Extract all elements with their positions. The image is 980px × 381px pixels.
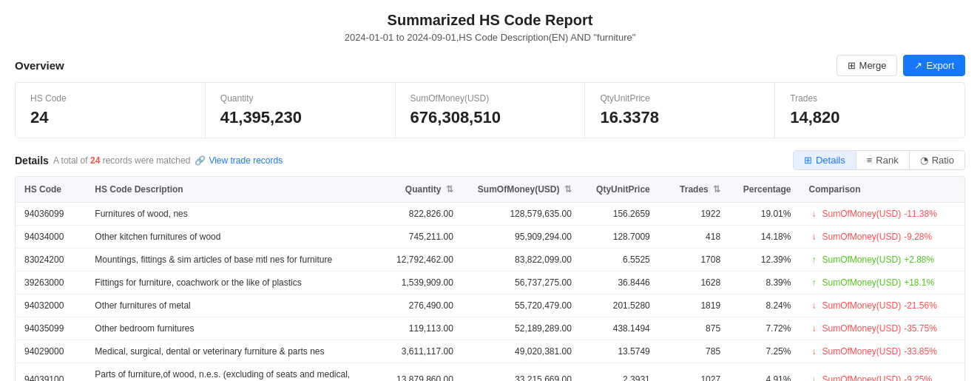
view-tabs: ⊞ Details ≡ Rank ◔ Ratio bbox=[793, 150, 965, 170]
comp-value: -9.25% bbox=[904, 374, 932, 381]
stat-hscode-label: HS Code bbox=[30, 93, 190, 104]
cell-qty: 1,539,909.00 bbox=[368, 272, 462, 294]
view-trade-records-link[interactable]: 🔗 View trade records bbox=[195, 155, 283, 166]
comp-label: SumOfMoney(USD) bbox=[822, 323, 901, 334]
comp-value: -21.56% bbox=[904, 300, 937, 311]
table-row: 94036099 Furnitures of wood, nes 822,826… bbox=[16, 203, 964, 226]
cell-comp: ↓ SumOfMoney(USD) -11.38% bbox=[800, 203, 964, 226]
col-header-comp: Comparison bbox=[800, 177, 964, 203]
stat-quantity-label: Quantity bbox=[220, 93, 380, 104]
trades-sort-icon: ⇅ bbox=[713, 184, 720, 195]
link-icon: 🔗 bbox=[195, 155, 206, 166]
comp-label: SumOfMoney(USD) bbox=[822, 254, 901, 265]
cell-desc: Other bedroom furnitures bbox=[86, 317, 368, 340]
cell-sum: 128,579,635.00 bbox=[462, 203, 581, 226]
col-header-trades[interactable]: Trades ⇅ bbox=[659, 177, 729, 203]
cell-qty: 13,879,860.00 bbox=[368, 363, 462, 382]
table-row: 94035099 Other bedroom furnitures 119,11… bbox=[16, 317, 964, 340]
export-icon: ↗ bbox=[914, 60, 922, 71]
cell-sum: 33,215,669.00 bbox=[462, 363, 581, 382]
stat-sumofmoney: SumOfMoney(USD) 676,308,510 bbox=[396, 83, 586, 138]
cell-trades: 785 bbox=[659, 340, 729, 363]
stat-hscode: HS Code 24 bbox=[16, 83, 206, 138]
cell-pct: 12.39% bbox=[729, 249, 800, 272]
comp-trend-icon: ↑ bbox=[808, 254, 819, 265]
cell-qty: 12,792,462.00 bbox=[368, 249, 462, 272]
comp-value: -33.85% bbox=[904, 346, 937, 357]
col-header-hscode: HS Code bbox=[16, 177, 86, 203]
cell-desc: Other furnitures of metal bbox=[86, 294, 368, 317]
comp-label: SumOfMoney(USD) bbox=[822, 374, 901, 381]
cell-qty: 822,826.00 bbox=[368, 203, 462, 226]
stat-hscode-value: 24 bbox=[30, 108, 190, 127]
merge-button[interactable]: ⊞ Merge bbox=[837, 55, 898, 76]
cell-pct: 8.24% bbox=[729, 294, 800, 317]
comp-value: -11.38% bbox=[904, 209, 937, 219]
cell-pct: 7.72% bbox=[729, 317, 800, 340]
cell-comp: ↑ SumOfMoney(USD) +18.1% bbox=[800, 272, 964, 294]
cell-hscode: 94032000 bbox=[16, 294, 86, 317]
comp-label: SumOfMoney(USD) bbox=[822, 209, 901, 219]
cell-hscode: 94029000 bbox=[16, 340, 86, 363]
cell-sum: 55,720,479.00 bbox=[462, 294, 581, 317]
stat-quantity-value: 41,395,230 bbox=[220, 108, 380, 127]
cell-sum: 52,189,289.00 bbox=[462, 317, 581, 340]
col-header-sum[interactable]: SumOfMoney(USD) ⇅ bbox=[462, 177, 581, 203]
cell-hscode: 94039100 bbox=[16, 363, 86, 382]
qty-sort-icon: ⇅ bbox=[446, 184, 453, 195]
stat-qtyunitprice-value: 16.3378 bbox=[600, 108, 760, 127]
export-button[interactable]: ↗ Export bbox=[903, 55, 965, 76]
tab-details[interactable]: ⊞ Details bbox=[794, 151, 856, 169]
cell-desc: Mountings, fittings & sim articles of ba… bbox=[86, 249, 368, 272]
comp-trend-icon: ↓ bbox=[808, 374, 819, 381]
comp-trend-icon: ↓ bbox=[808, 232, 819, 242]
details-label: Details bbox=[15, 155, 49, 166]
stat-trades: Trades 14,820 bbox=[775, 83, 964, 138]
comp-label: SumOfMoney(USD) bbox=[822, 232, 901, 242]
page-title: Summarized HS Code Report bbox=[15, 12, 965, 29]
col-header-unit: QtyUnitPrice bbox=[581, 177, 659, 203]
stat-trades-label: Trades bbox=[790, 93, 950, 104]
cell-hscode: 94036099 bbox=[16, 203, 86, 226]
stat-sumofmoney-value: 676,308,510 bbox=[410, 108, 570, 127]
tab-rank[interactable]: ≡ Rank bbox=[856, 151, 910, 169]
comp-trend-icon: ↓ bbox=[808, 209, 819, 219]
table-row: 94034000 Other kitchen furnitures of woo… bbox=[16, 226, 964, 249]
table-row: 39263000 Fittings for furniture, coachwo… bbox=[16, 272, 964, 294]
stat-qtyunitprice-label: QtyUnitPrice bbox=[600, 93, 760, 104]
cell-unit: 128.7009 bbox=[581, 226, 659, 249]
cell-qty: 276,490.00 bbox=[368, 294, 462, 317]
table-row: 94029000 Medical, surgical, dental or ve… bbox=[16, 340, 964, 363]
cell-pct: 14.18% bbox=[729, 226, 800, 249]
cell-trades: 1819 bbox=[659, 294, 729, 317]
tab-ratio[interactable]: ◔ Ratio bbox=[910, 151, 964, 169]
cell-qty: 745,211.00 bbox=[368, 226, 462, 249]
cell-sum: 56,737,275.00 bbox=[462, 272, 581, 294]
cell-desc: Parts of furniture,of wood, n.e.s. (excl… bbox=[86, 363, 368, 382]
overview-label: Overview bbox=[15, 59, 64, 72]
cell-trades: 1628 bbox=[659, 272, 729, 294]
cell-comp: ↓ SumOfMoney(USD) -9.28% bbox=[800, 226, 964, 249]
cell-trades: 875 bbox=[659, 317, 729, 340]
cell-trades: 1708 bbox=[659, 249, 729, 272]
stat-qtyunitprice: QtyUnitPrice 16.3378 bbox=[585, 83, 775, 138]
cell-comp: ↑ SumOfMoney(USD) +2.88% bbox=[800, 249, 964, 272]
cell-desc: Fittings for furniture, coachwork or the… bbox=[86, 272, 368, 294]
cell-trades: 418 bbox=[659, 226, 729, 249]
cell-unit: 36.8446 bbox=[581, 272, 659, 294]
cell-hscode: 83024200 bbox=[16, 249, 86, 272]
cell-hscode: 94035099 bbox=[16, 317, 86, 340]
cell-sum: 83,822,099.00 bbox=[462, 249, 581, 272]
comp-value: +2.88% bbox=[904, 254, 934, 265]
col-header-qty[interactable]: Quantity ⇅ bbox=[368, 177, 462, 203]
cell-unit: 6.5525 bbox=[581, 249, 659, 272]
cell-sum: 95,909,294.00 bbox=[462, 226, 581, 249]
comp-value: -9.28% bbox=[904, 232, 932, 242]
cell-pct: 19.01% bbox=[729, 203, 800, 226]
cell-unit: 438.1494 bbox=[581, 317, 659, 340]
stat-quantity: Quantity 41,395,230 bbox=[206, 83, 396, 138]
comp-trend-icon: ↓ bbox=[808, 346, 819, 357]
cell-pct: 4.91% bbox=[729, 363, 800, 382]
cell-qty: 119,113.00 bbox=[368, 317, 462, 340]
comp-value: +18.1% bbox=[904, 277, 934, 288]
